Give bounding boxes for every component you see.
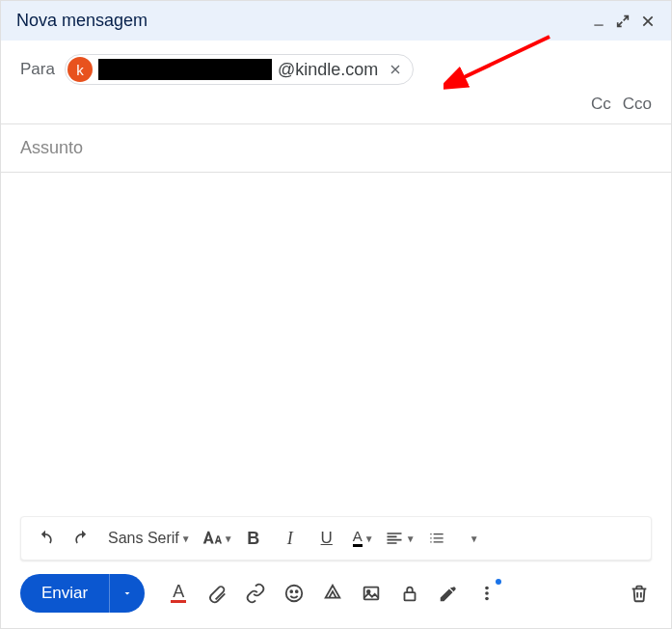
compose-header: Nova mensagem — [1, 1, 671, 41]
caret-down-icon: ▼ — [181, 533, 191, 544]
emoji-icon[interactable] — [282, 581, 307, 606]
caret-down-icon: ▼ — [224, 533, 233, 544]
cc-bcc-row: Cc Cco — [1, 95, 671, 124]
text-color-button[interactable]: A ▼ — [347, 523, 380, 554]
image-icon[interactable] — [359, 581, 384, 606]
more-options-icon[interactable] — [474, 581, 499, 606]
confidential-icon[interactable] — [397, 581, 422, 606]
svg-point-9 — [485, 591, 489, 595]
svg-point-4 — [296, 590, 298, 592]
chip-domain: @kindle.com — [278, 60, 378, 80]
svg-point-10 — [485, 597, 489, 601]
chip-remove-icon[interactable] — [388, 62, 403, 77]
redo-icon[interactable] — [66, 523, 98, 554]
chip-avatar: k — [67, 57, 93, 82]
bcc-button[interactable]: Cco — [623, 95, 652, 114]
more-format-button[interactable]: ▼ — [457, 523, 490, 554]
list-button[interactable] — [420, 523, 453, 554]
compose-window: Nova mensagem Para k @kindle.com — [0, 0, 672, 629]
discard-icon[interactable] — [627, 581, 652, 606]
cc-button[interactable]: Cc — [591, 95, 611, 114]
close-icon[interactable] — [640, 14, 656, 29]
to-label: Para — [20, 60, 55, 79]
svg-rect-5 — [364, 588, 379, 600]
caret-down-icon: ▼ — [364, 533, 374, 544]
drive-icon[interactable] — [320, 581, 345, 606]
font-family-select[interactable]: Sans Serif ▼ — [102, 523, 197, 554]
bottom-action-row: Enviar A — [1, 574, 671, 628]
underline-button[interactable]: U — [310, 523, 343, 554]
recipient-chip[interactable]: k @kindle.com — [65, 54, 414, 85]
undo-icon[interactable] — [29, 523, 62, 554]
svg-point-2 — [286, 586, 303, 602]
caret-down-icon: ▼ — [470, 533, 479, 544]
formatting-button[interactable]: A — [166, 581, 191, 606]
to-row: Para k @kindle.com — [1, 41, 671, 95]
svg-rect-7 — [405, 592, 416, 600]
subject-input[interactable] — [20, 138, 652, 158]
compose-title: Nova mensagem — [16, 11, 148, 31]
message-body[interactable] — [1, 173, 671, 516]
link-icon[interactable] — [243, 581, 268, 606]
signature-icon[interactable] — [436, 581, 461, 606]
bold-button[interactable]: B — [237, 523, 270, 554]
send-more-button[interactable] — [109, 574, 145, 613]
font-size-button[interactable]: ▼ — [201, 523, 233, 554]
header-actions — [592, 14, 656, 29]
send-group: Enviar — [20, 574, 145, 613]
bottom-icons: A — [166, 581, 652, 606]
align-button[interactable]: ▼ — [384, 523, 417, 554]
subject-row — [1, 124, 671, 173]
chip-redacted — [98, 59, 272, 80]
attach-icon[interactable] — [204, 581, 229, 606]
send-button[interactable]: Enviar — [20, 574, 109, 613]
fullscreen-icon[interactable] — [615, 14, 631, 29]
svg-point-3 — [291, 590, 293, 592]
svg-rect-0 — [594, 24, 603, 25]
format-toolbar: Sans Serif ▼ ▼ B I U A ▼ ▼ ▼ — [20, 516, 652, 561]
caret-down-icon: ▼ — [406, 533, 416, 544]
minimize-icon[interactable] — [592, 14, 605, 28]
font-family-label: Sans Serif — [108, 530, 179, 547]
notification-dot — [496, 579, 501, 585]
svg-point-8 — [485, 587, 489, 590]
italic-button[interactable]: I — [274, 523, 307, 554]
